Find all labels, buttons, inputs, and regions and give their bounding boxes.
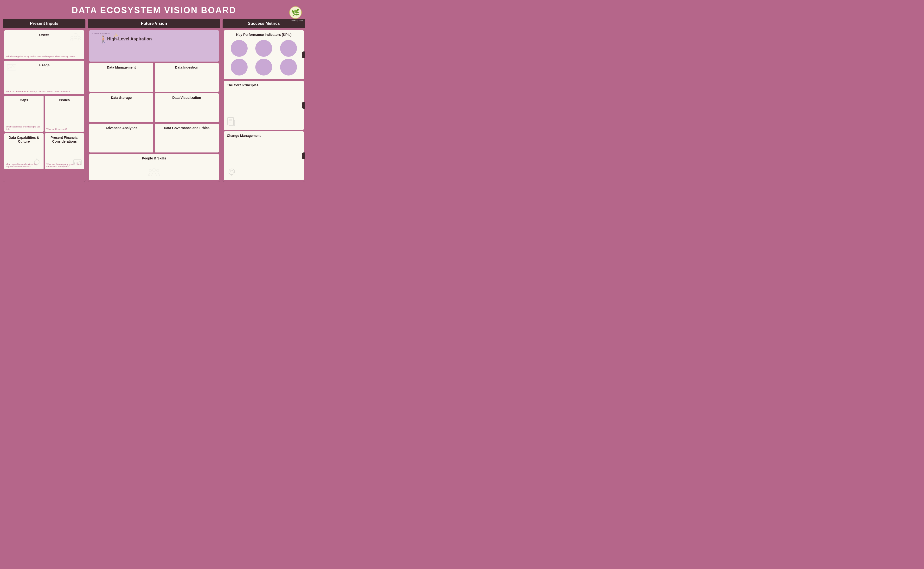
people-skills-title: People & Skills bbox=[91, 156, 216, 160]
notch-right-2 bbox=[302, 102, 305, 109]
svg-point-1 bbox=[71, 36, 73, 39]
fv-grid: Data Management Data Ingestion Data Stor… bbox=[89, 63, 218, 152]
aspiration-card: 3 Years From Now... 🚶 ✨ High-Level Aspir… bbox=[89, 30, 218, 62]
kpi-card: Key Performance Indicators (KPIs) bbox=[224, 30, 303, 79]
usage-card: Usage What are the current data usage of… bbox=[5, 61, 84, 94]
kpi-circle-5 bbox=[255, 59, 272, 76]
capabilities-financial-row: Data Capabilities & Culture what capabil… bbox=[5, 133, 84, 169]
kpi-circle-6 bbox=[280, 59, 297, 76]
core-principles-title: The Core Principles bbox=[227, 83, 301, 87]
notch-right-3 bbox=[302, 152, 305, 159]
notch-right bbox=[302, 52, 305, 58]
issues-title: Issues bbox=[47, 98, 82, 102]
kpi-circle-1 bbox=[231, 40, 248, 57]
data-management-card: Data Management bbox=[89, 63, 153, 92]
data-ingestion-title: Data Ingestion bbox=[157, 65, 217, 69]
page-title: DATA ECOSYSTEM VISION BOARD bbox=[3, 3, 305, 19]
present-inputs-column: Present Inputs Users bbox=[3, 19, 85, 182]
capabilities-card: Data Capabilities & Culture what capabil… bbox=[5, 133, 44, 169]
usage-icon bbox=[7, 62, 16, 74]
issues-card: Issues What problems exist? bbox=[45, 96, 84, 132]
svg-point-0 bbox=[74, 33, 77, 37]
logo-label: Cooking Data bbox=[291, 19, 303, 21]
svg-point-15 bbox=[149, 169, 152, 172]
change-management-title: Change Management bbox=[227, 134, 301, 138]
svg-point-5 bbox=[34, 160, 39, 164]
data-ingestion-card: Data Ingestion bbox=[155, 63, 219, 92]
svg-point-16 bbox=[152, 169, 156, 172]
future-vision-header: Future Vision bbox=[88, 19, 220, 29]
data-storage-card: Data Storage bbox=[89, 93, 153, 122]
users-icon bbox=[70, 32, 82, 46]
data-storage-title: Data Storage bbox=[91, 96, 151, 100]
present-inputs-body: Users Who is using data today? What role… bbox=[3, 29, 85, 182]
svg-rect-12 bbox=[75, 162, 76, 164]
change-management-card: Change Management bbox=[224, 131, 303, 180]
gaps-subtitle: What capabilities are missing to use dat… bbox=[6, 126, 42, 130]
usage-subtitle: What are the current data usage of users… bbox=[6, 90, 82, 93]
issues-subtitle: What problems exist? bbox=[46, 128, 83, 130]
users-card: Users Who is using data today? What role… bbox=[5, 30, 84, 59]
data-visualization-card: Data Visualization bbox=[155, 93, 219, 122]
kpi-circle-2 bbox=[255, 40, 272, 57]
gaps-issues-row: Gaps What capabilities are missing to us… bbox=[5, 96, 84, 132]
svg-rect-13 bbox=[77, 163, 78, 164]
kpi-title: Key Performance Indicators (KPIs) bbox=[227, 33, 301, 37]
svg-point-17 bbox=[156, 169, 159, 172]
advanced-analytics-title: Advanced Analytics bbox=[91, 126, 151, 130]
advanced-analytics-card: Advanced Analytics bbox=[89, 123, 153, 152]
svg-rect-20 bbox=[228, 117, 233, 125]
data-governance-card: Data Governance and Ethics bbox=[155, 123, 219, 152]
people-skills-card: People & Skills bbox=[89, 154, 218, 180]
core-principles-card: The Core Principles bbox=[224, 81, 303, 130]
kpi-circle-3 bbox=[280, 40, 297, 57]
data-governance-title: Data Governance and Ethics bbox=[157, 126, 217, 130]
gaps-title: Gaps bbox=[6, 98, 42, 102]
gaps-card: Gaps What capabilities are missing to us… bbox=[5, 96, 44, 132]
present-inputs-header: Present Inputs bbox=[3, 19, 85, 29]
users-subtitle: Who is using data today? What roles and … bbox=[6, 55, 82, 58]
aspiration-label: 3 Years From Now... bbox=[91, 32, 111, 35]
core-principles-icon bbox=[227, 117, 236, 128]
svg-point-24 bbox=[229, 169, 235, 175]
kpi-circles bbox=[227, 39, 301, 76]
capabilities-title: Data Capabilities & Culture bbox=[6, 135, 42, 143]
success-metrics-body: Key Performance Indicators (KPIs) The Co bbox=[223, 29, 305, 182]
financial-title: Present Financial Considerations bbox=[47, 135, 82, 143]
kpi-circle-4 bbox=[231, 59, 248, 76]
main-grid: Present Inputs Users bbox=[3, 19, 305, 182]
financial-card: Present Financial Considerations What ar… bbox=[45, 133, 84, 169]
svg-rect-14 bbox=[79, 161, 80, 164]
change-management-icon bbox=[227, 167, 236, 178]
data-management-title: Data Management bbox=[91, 65, 151, 69]
people-skills-icon bbox=[148, 168, 160, 178]
future-vision-body: 3 Years From Now... 🚶 ✨ High-Level Aspir… bbox=[88, 29, 220, 182]
data-visualization-title: Data Visualization bbox=[157, 96, 217, 100]
logo: 🌿 bbox=[289, 6, 302, 19]
success-metrics-column: Success Metrics Key Performance Indicato… bbox=[223, 19, 305, 182]
svg-point-2 bbox=[78, 36, 80, 39]
future-vision-column: Future Vision 3 Years From Now... 🚶 ✨ Hi… bbox=[88, 19, 220, 182]
usage-title: Usage bbox=[7, 63, 82, 67]
